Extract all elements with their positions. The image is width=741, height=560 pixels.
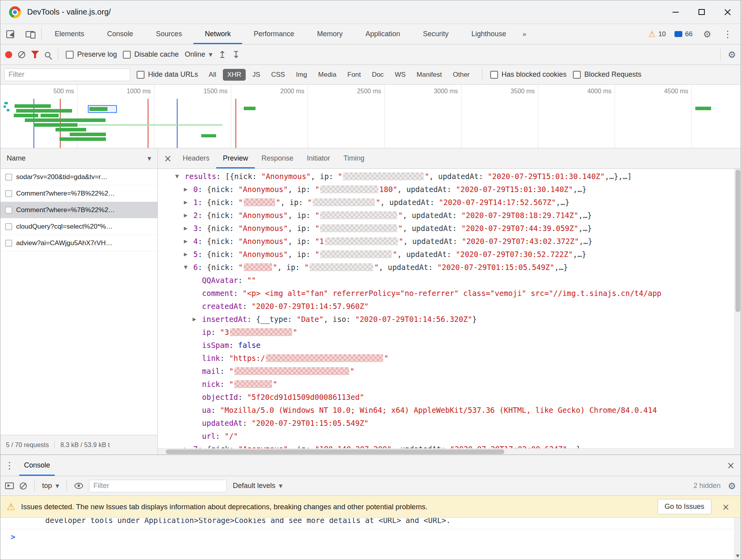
tree-row[interactable]: ▶4: {nick: "Anonymous", ip: "1", updated… xyxy=(158,235,734,248)
tree-row[interactable]: ▶7: {nick: "Anonymous", ip: "180.140.207… xyxy=(158,442,734,448)
tree-row[interactable]: ip: "3" xyxy=(158,325,734,338)
detail-tab-response[interactable]: Response xyxy=(255,148,300,168)
log-levels-select[interactable]: Default levels ▼ xyxy=(233,482,282,490)
tree-row[interactable]: comment: "<p> <img alt="fan" referrerPol… xyxy=(158,286,734,299)
detail-tab-timing[interactable]: Timing xyxy=(337,148,371,168)
detail-tab-initiator[interactable]: Initiator xyxy=(300,148,337,168)
timeline-overview[interactable]: 500 ms1000 ms1500 ms2000 ms2500 ms3000 m… xyxy=(0,85,741,148)
tab-performance[interactable]: Performance xyxy=(242,24,306,44)
clear-button[interactable] xyxy=(18,51,25,58)
expand-icon[interactable]: ▶ xyxy=(193,316,202,322)
disable-cache-checkbox[interactable]: Disable cache xyxy=(123,50,179,59)
scrollbar-thumb[interactable] xyxy=(166,449,504,454)
filter-type-ws[interactable]: WS xyxy=(391,69,410,81)
more-tabs-button[interactable]: » xyxy=(517,24,531,44)
tree-row[interactable]: objectId: "5f20cd91d1509d00086113ed" xyxy=(158,390,734,403)
filter-toggle-icon[interactable] xyxy=(31,51,39,58)
tab-memory[interactable]: Memory xyxy=(306,24,354,44)
request-row[interactable]: Comment?where=%7B%22%2… xyxy=(0,185,157,202)
request-row[interactable]: cloudQuery?cql=select%20*%… xyxy=(0,218,157,235)
filter-type-css[interactable]: CSS xyxy=(267,69,289,81)
scrollbar-thumb[interactable] xyxy=(735,170,740,312)
close-detail-button[interactable]: × xyxy=(159,148,176,168)
vertical-scrollbar[interactable] xyxy=(734,169,741,448)
context-select[interactable]: top ▼ xyxy=(42,482,59,490)
issues-warning-badge[interactable]: ⚠ 10 xyxy=(644,30,670,39)
expand-icon[interactable]: ▶ xyxy=(184,213,193,218)
console-settings-button[interactable]: ⚙ xyxy=(728,481,736,491)
filter-type-font[interactable]: Font xyxy=(343,69,365,81)
tree-row[interactable]: QQAvatar: "" xyxy=(158,274,734,286)
preserve-log-checkbox[interactable]: Preserve log xyxy=(66,50,117,59)
horizontal-scrollbar[interactable] xyxy=(158,448,734,455)
tab-console[interactable]: Console xyxy=(96,24,144,44)
tab-application[interactable]: Application xyxy=(354,24,411,44)
tree-row[interactable]: ▼6: {nick: "", ip: "", updatedAt: "2020-… xyxy=(158,261,734,274)
tab-console-drawer[interactable]: Console xyxy=(19,455,55,476)
blocked-requests-checkbox[interactable]: Blocked Requests xyxy=(573,70,641,79)
tree-row[interactable]: mail: "" xyxy=(158,364,734,377)
network-filter-input[interactable] xyxy=(4,68,130,81)
close-button[interactable] xyxy=(715,0,741,24)
collapse-icon[interactable]: ▼ xyxy=(175,174,185,179)
tab-sources[interactable]: Sources xyxy=(144,24,193,44)
tree-row[interactable]: ▶3: {nick: "Anonymous", ip: "", updatedA… xyxy=(158,222,734,235)
request-row[interactable]: sodar?sv=200&tid=gda&tv=r… xyxy=(0,169,157,185)
dismiss-banner-button[interactable]: × xyxy=(717,502,734,512)
go-to-issues-button[interactable]: Go to Issues xyxy=(658,499,711,514)
tree-row[interactable]: url: "/" xyxy=(158,429,734,442)
close-drawer-button[interactable]: × xyxy=(721,455,741,476)
throttling-select[interactable]: Online ▼ xyxy=(185,50,212,59)
filter-type-doc[interactable]: Doc xyxy=(367,69,388,81)
filter-type-manifest[interactable]: Manifest xyxy=(412,69,446,81)
drawer-menu-button[interactable]: ⋮ xyxy=(0,455,19,476)
tree-row[interactable]: ▼results: [{nick: "Anonymous", ip: "", u… xyxy=(158,170,734,183)
expand-icon[interactable]: ▶ xyxy=(184,187,193,192)
expand-icon[interactable]: ▶ xyxy=(184,238,193,244)
tab-network[interactable]: Network xyxy=(193,24,242,44)
filter-type-other[interactable]: Other xyxy=(448,69,474,81)
expand-icon[interactable]: ▶ xyxy=(184,251,193,257)
filter-type-img[interactable]: Img xyxy=(292,69,311,81)
scroll-down-icon[interactable]: ▼ xyxy=(735,553,741,558)
console-filter-input[interactable] xyxy=(89,480,227,492)
hide-data-urls-checkbox[interactable]: Hide data URLs xyxy=(137,70,198,79)
tab-elements[interactable]: Elements xyxy=(43,24,96,44)
console-prompt[interactable]: > xyxy=(0,529,741,542)
live-expression-icon[interactable] xyxy=(74,483,83,489)
maximize-button[interactable] xyxy=(689,0,715,24)
tree-row[interactable]: isSpam: false xyxy=(158,338,734,351)
tree-row[interactable]: ua: "Mozilla/5.0 (Windows NT 10.0; Win64… xyxy=(158,403,734,416)
network-settings-button[interactable]: ⚙ xyxy=(728,50,736,60)
record-button[interactable] xyxy=(5,51,12,58)
minimize-button[interactable] xyxy=(663,0,689,24)
console-message-badge[interactable]: 66 xyxy=(671,30,697,38)
detail-tab-preview[interactable]: Preview xyxy=(216,148,255,168)
filter-type-xhr[interactable]: XHR xyxy=(223,69,246,81)
tree-row[interactable]: nick: "" xyxy=(158,377,734,390)
search-icon[interactable] xyxy=(45,52,50,57)
request-row[interactable]: Comment?where=%7B%22%2… xyxy=(0,202,157,218)
collapse-icon[interactable]: ▼ xyxy=(184,264,193,270)
name-column-header[interactable]: Name ▼ xyxy=(0,148,157,169)
import-har-button[interactable]: ↥ xyxy=(218,50,226,59)
detail-tab-headers[interactable]: Headers xyxy=(176,148,216,168)
tree-row[interactable]: ▶0: {nick: "Anonymous", ip: "180", updat… xyxy=(158,183,734,196)
export-har-button[interactable]: ↧ xyxy=(232,50,240,59)
main-menu-button[interactable]: ⋮ xyxy=(718,29,737,40)
tree-row[interactable]: ▶1: {nick: "", ip: "", updatedAt: "2020-… xyxy=(158,196,734,209)
tree-row[interactable]: ▶2: {nick: "Anonymous", ip: "", updatedA… xyxy=(158,209,734,222)
has-blocked-cookies-checkbox[interactable]: Has blocked cookies xyxy=(490,70,567,79)
console-sidebar-icon[interactable] xyxy=(5,482,14,489)
filter-type-js[interactable]: JS xyxy=(248,69,265,81)
filter-type-media[interactable]: Media xyxy=(314,69,341,81)
tree-row[interactable]: ▶insertedAt: {__type: "Date", iso: "2020… xyxy=(158,312,734,325)
tab-security[interactable]: Security xyxy=(411,24,460,44)
filter-type-all[interactable]: All xyxy=(204,69,220,81)
timeline-selection[interactable] xyxy=(88,105,117,113)
settings-button[interactable]: ⚙ xyxy=(697,29,717,39)
request-row[interactable]: adview?ai=CAWjgu5AhX7rVH… xyxy=(0,235,157,251)
inspect-button[interactable] xyxy=(0,24,20,44)
tree-row[interactable]: createdAt: "2020-07-29T01:14:57.960Z" xyxy=(158,299,734,312)
tab-lighthouse[interactable]: Lighthouse xyxy=(460,24,517,44)
